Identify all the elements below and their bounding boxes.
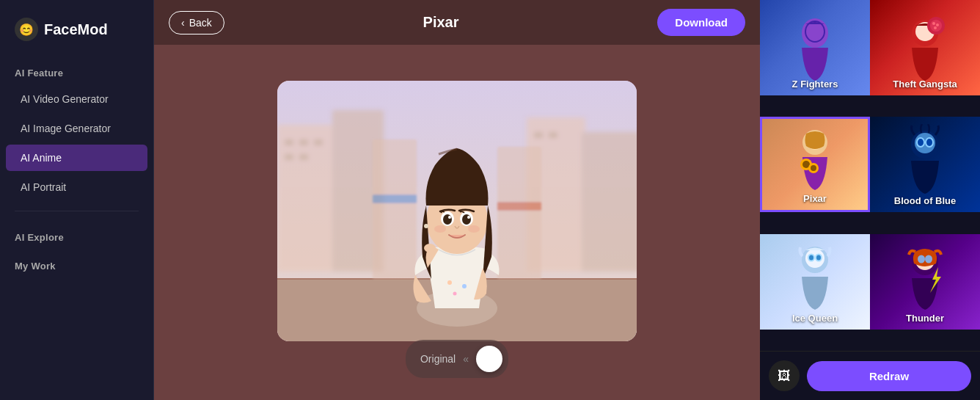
svg-rect-1 <box>277 125 336 272</box>
svg-point-41 <box>932 22 935 25</box>
svg-point-61 <box>816 255 821 260</box>
style-card-z-fighters[interactable]: Z Fighters <box>760 0 870 95</box>
style-card-pixar[interactable]: Pixar <box>760 117 870 212</box>
svg-rect-10 <box>534 132 543 138</box>
bottom-controls: Original « <box>406 340 508 378</box>
svg-rect-5 <box>285 139 293 145</box>
toggle-arrows-icon: « <box>463 353 469 365</box>
ai-explore-label: AI Explore <box>0 220 153 249</box>
sidebar-item-ai-anime[interactable]: AI Anime <box>6 145 147 171</box>
svg-point-29 <box>467 216 470 219</box>
svg-point-54 <box>918 139 924 146</box>
svg-point-40 <box>930 20 942 32</box>
svg-point-49 <box>811 165 816 171</box>
gallery-button[interactable]: 🖼 <box>769 360 800 391</box>
right-bottom-bar: 🖼 Redraw <box>760 351 980 400</box>
svg-point-28 <box>448 216 451 219</box>
style-card-thunder[interactable]: Thunder <box>870 234 980 330</box>
svg-point-32 <box>424 224 428 228</box>
sidebar-item-ai-portrait[interactable]: AI Portrait <box>6 174 147 200</box>
svg-rect-14 <box>373 139 417 279</box>
style-card-label-theft-gangsta: Theft Gangsta <box>893 79 957 90</box>
logo-icon: 😊 <box>15 18 38 41</box>
svg-point-42 <box>936 23 939 26</box>
style-card-label-pixar: Pixar <box>803 193 827 204</box>
svg-point-55 <box>926 139 932 146</box>
app-name: FaceMod <box>44 21 108 38</box>
svg-point-31 <box>468 225 480 233</box>
style-card-ice-queen[interactable]: Ice Queen <box>760 234 870 330</box>
download-button[interactable]: Download <box>657 9 745 36</box>
sidebar: 😊 FaceMod AI Feature AI Video Generator … <box>0 0 154 400</box>
style-card-label-ice-queen: Ice Queen <box>792 313 838 324</box>
my-work-label: My Work <box>0 249 153 277</box>
gallery-icon: 🖼 <box>778 368 791 384</box>
right-panel: Z Fighters Theft Gangsta <box>760 0 980 400</box>
style-card-blood-of-blue[interactable]: Blood of Blue <box>870 117 980 212</box>
style-card-label-blood-of-blue: Blood of Blue <box>894 195 957 206</box>
svg-point-33 <box>424 244 436 252</box>
svg-rect-15 <box>497 147 541 279</box>
toggle-label: Original <box>420 353 456 365</box>
sidebar-item-ai-image-generator[interactable]: AI Image Generator <box>6 115 147 142</box>
svg-rect-6 <box>299 139 308 145</box>
back-button[interactable]: ‹ Back <box>169 11 224 34</box>
back-chevron-icon: ‹ <box>181 17 185 29</box>
svg-rect-17 <box>497 202 541 211</box>
canvas-inner <box>277 81 637 341</box>
svg-point-27 <box>462 214 471 225</box>
svg-rect-16 <box>373 194 417 203</box>
svg-rect-11 <box>549 132 557 138</box>
toggle-circle[interactable] <box>476 346 502 372</box>
svg-rect-4 <box>582 132 637 272</box>
divider <box>15 211 139 211</box>
style-card-label-thunder: Thunder <box>906 313 944 324</box>
style-card-label-z-fighters: Z Fighters <box>792 79 838 90</box>
main-area: ‹ Back Pixar Download <box>154 0 760 400</box>
redraw-button[interactable]: Redraw <box>807 361 971 391</box>
logo: 😊 FaceMod <box>0 12 153 56</box>
svg-point-20 <box>462 284 467 288</box>
svg-point-64 <box>918 255 925 263</box>
style-card-theft-gangsta[interactable]: Theft Gangsta <box>870 0 980 95</box>
svg-point-26 <box>443 214 452 225</box>
main-header: ‹ Back Pixar Download <box>154 0 760 45</box>
svg-point-30 <box>434 225 446 233</box>
main-canvas <box>277 81 637 341</box>
svg-point-43 <box>934 26 937 29</box>
ai-feature-label: AI Feature <box>0 56 153 84</box>
svg-point-21 <box>453 292 457 296</box>
sidebar-item-ai-video-generator[interactable]: AI Video Generator <box>6 86 147 112</box>
svg-point-19 <box>447 280 452 285</box>
toggle-container: Original « <box>406 340 508 378</box>
svg-rect-8 <box>285 154 293 160</box>
page-title: Pixar <box>423 14 459 31</box>
svg-rect-7 <box>314 139 323 145</box>
svg-rect-9 <box>299 154 308 160</box>
svg-point-65 <box>925 255 932 263</box>
style-grid: Z Fighters Theft Gangsta <box>760 0 980 351</box>
character-illustration <box>277 81 637 341</box>
svg-point-60 <box>809 255 813 260</box>
